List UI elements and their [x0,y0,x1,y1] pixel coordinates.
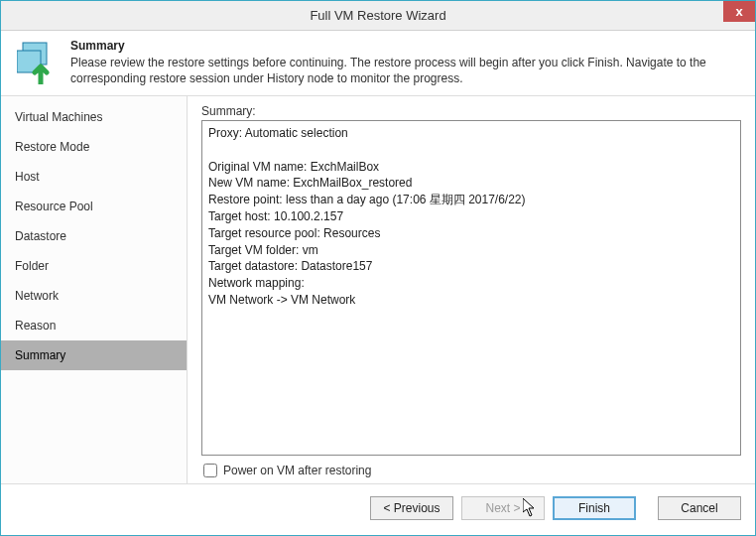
sidebar-item-label: Datastore [15,229,66,243]
power-on-checkbox[interactable] [203,464,217,477]
power-on-label: Power on VM after restoring [223,464,371,477]
close-icon: x [735,4,742,19]
finish-button[interactable]: Finish [553,496,636,520]
wizard-sidebar: Virtual Machines Restore Mode Host Resou… [1,96,188,483]
window-title: Full VM Restore Wizard [310,8,445,23]
button-label: Next > [485,501,520,515]
title-bar: Full VM Restore Wizard x [1,1,755,31]
header-title: Summary [70,39,741,53]
wizard-content: Summary: Proxy: Automatic selection Orig… [188,96,755,483]
sidebar-item-label: Folder [15,259,49,273]
button-label: Finish [578,501,610,515]
sidebar-item-label: Network [15,289,59,303]
previous-button[interactable]: < Previous [370,496,453,520]
sidebar-item-folder[interactable]: Folder [1,251,187,281]
sidebar-item-virtual-machines[interactable]: Virtual Machines [1,102,187,132]
next-button: Next > [461,496,545,520]
vm-restore-icon [17,41,61,84]
sidebar-item-label: Virtual Machines [15,110,103,124]
cancel-button[interactable]: Cancel [658,496,741,520]
wizard-body: Virtual Machines Restore Mode Host Resou… [1,96,755,483]
sidebar-item-label: Resource Pool [15,200,93,213]
wizard-icon [15,39,63,89]
sidebar-item-datastore[interactable]: Datastore [1,221,187,251]
sidebar-item-resource-pool[interactable]: Resource Pool [1,192,187,221]
sidebar-item-restore-mode[interactable]: Restore Mode [1,132,187,162]
close-button[interactable]: x [723,1,755,22]
sidebar-item-label: Reason [15,319,56,333]
sidebar-item-network[interactable]: Network [1,281,187,311]
wizard-header: Summary Please review the restore settin… [1,31,755,96]
sidebar-item-label: Restore Mode [15,140,89,154]
button-label: Cancel [681,501,717,515]
button-label: < Previous [383,501,440,515]
header-subtitle: Please review the restore settings befor… [70,55,741,86]
sidebar-item-label: Host [15,170,40,184]
sidebar-item-summary[interactable]: Summary [1,340,187,370]
wizard-footer: < Previous Next > Finish Cancel [1,483,755,531]
sidebar-item-host[interactable]: Host [1,162,187,192]
sidebar-item-label: Summary [15,348,65,362]
summary-textbox[interactable]: Proxy: Automatic selection Original VM n… [201,120,741,456]
summary-label: Summary: [201,104,741,118]
sidebar-item-reason[interactable]: Reason [1,311,187,340]
power-on-row[interactable]: Power on VM after restoring [201,456,741,479]
